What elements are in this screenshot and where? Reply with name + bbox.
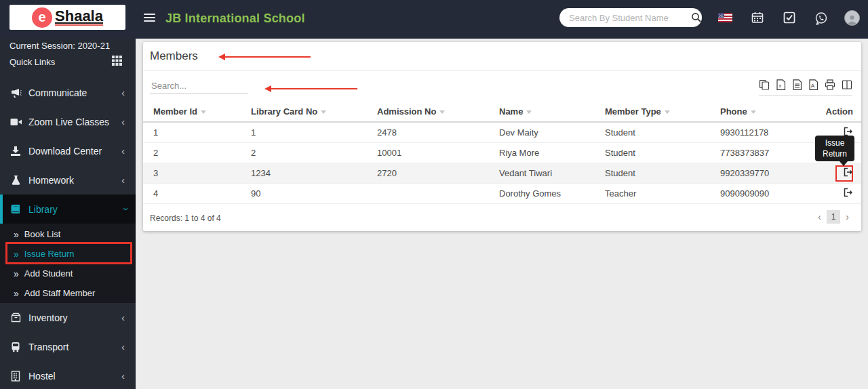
sort-caret-icon <box>526 110 532 114</box>
sidebar-item-hostel[interactable]: Hostel ‹ <box>0 361 136 389</box>
logo-name: Shaala <box>55 9 103 26</box>
profile-avatar[interactable] <box>844 10 860 26</box>
sort-caret-icon <box>321 110 326 114</box>
export-toolbar: x A <box>759 79 852 96</box>
chevron-left-icon: ‹ <box>121 146 125 156</box>
chevron-left-icon: ‹ <box>121 117 125 127</box>
tasks-icon[interactable] <box>783 12 795 24</box>
col-header-admission-no[interactable]: Admission No <box>367 102 489 122</box>
cell-phone: 7738373837 <box>710 142 797 163</box>
cell-admission-no: 2720 <box>367 163 489 183</box>
submenu-item-book-list[interactable]: » Book List <box>0 224 136 244</box>
quick-links-grid-icon[interactable] <box>112 56 122 68</box>
sidebar-item-label: Homework <box>28 175 121 186</box>
sort-caret-icon <box>751 110 756 114</box>
menu-toggle-icon[interactable] <box>144 14 155 24</box>
table-row: 2 2 10001 Riya More Student 7738373837 <box>143 142 861 163</box>
pdf-icon[interactable]: A <box>808 79 818 90</box>
sidebar-item-label: Zoom Live Classes <box>28 117 121 127</box>
cell-name: Riya More <box>489 142 595 163</box>
pagination: ‹ 1 › <box>818 210 849 224</box>
cell-library-card-no: 1234 <box>241 163 367 183</box>
cell-member-type: Student <box>595 142 710 163</box>
flask-icon <box>9 175 22 186</box>
col-header-library-card-no[interactable]: Library Card No <box>241 102 367 122</box>
double-chevron-icon: » <box>14 268 19 279</box>
sidebar-item-label: Transport <box>28 342 121 352</box>
sidebar-item-zoom-live-classes[interactable]: Zoom Live Classes ‹ <box>0 107 136 136</box>
us-flag-icon[interactable] <box>718 13 732 22</box>
brand-logo[interactable]: e Shaala <box>9 5 125 30</box>
print-icon[interactable] <box>825 79 835 90</box>
sidebar-item-library[interactable]: Library ‹ <box>0 194 136 224</box>
issue-return-icon[interactable] <box>843 167 853 177</box>
submenu-item-add-staff-member[interactable]: » Add Staff Member <box>0 283 136 303</box>
sidebar-item-communicate[interactable]: Communicate ‹ <box>0 78 136 107</box>
submenu-item-issue-return[interactable]: » Issue Return <box>0 244 136 264</box>
sort-caret-icon <box>439 110 445 114</box>
search-icon[interactable] <box>691 12 702 23</box>
cell-name: Vedant Tiwari <box>489 163 595 183</box>
col-header-name[interactable]: Name <box>489 102 595 122</box>
cell-admission-no: 10001 <box>367 142 489 163</box>
issue-return-icon[interactable] <box>843 147 853 157</box>
cell-library-card-no: 1 <box>241 122 367 142</box>
cell-admission-no <box>367 183 489 203</box>
double-chevron-icon: » <box>14 288 19 299</box>
columns-icon[interactable] <box>842 79 852 90</box>
chevron-left-icon: ‹ <box>121 87 125 98</box>
table-filter-input[interactable] <box>150 78 248 94</box>
issue-return-icon[interactable] <box>843 127 853 136</box>
cell-member-id: 4 <box>143 183 241 203</box>
file-text-icon[interactable] <box>792 79 802 90</box>
sort-caret-icon <box>665 110 670 114</box>
cell-admission-no: 2478 <box>367 122 489 142</box>
page-number-button[interactable]: 1 <box>827 210 840 224</box>
bus-icon <box>9 342 22 352</box>
logo-e-icon: e <box>32 7 52 28</box>
cell-member-type: Teacher <box>595 183 710 203</box>
excel-icon[interactable]: x <box>776 79 786 90</box>
whatsapp-icon[interactable] <box>814 12 828 25</box>
copy-icon[interactable] <box>759 79 770 90</box>
sidebar-item-label: Inventory <box>28 312 121 323</box>
double-chevron-icon: » <box>14 249 19 260</box>
chevron-left-icon: ‹ <box>121 175 125 185</box>
col-header-phone[interactable]: Phone <box>710 102 797 122</box>
submenu-item-add-student[interactable]: » Add Student <box>0 264 136 283</box>
col-header-member-type[interactable]: Member Type <box>595 102 710 122</box>
submenu-item-label: Issue Return <box>24 249 75 259</box>
cell-member-id: 2 <box>143 142 241 163</box>
chevron-left-icon: ‹ <box>121 371 125 381</box>
student-search-input[interactable] <box>559 13 691 23</box>
cell-member-type: Student <box>595 122 710 142</box>
sidebar-item-inventory[interactable]: Inventory ‹ <box>0 303 136 332</box>
col-header-member-id[interactable]: Member Id <box>143 102 241 122</box>
page-title: Members <box>150 49 198 63</box>
calendar-icon[interactable] <box>751 12 764 24</box>
cell-phone: 9920339770 <box>710 163 797 183</box>
svg-text:A: A <box>811 83 815 89</box>
book-icon <box>9 204 22 215</box>
cell-library-card-no: 90 <box>241 183 367 203</box>
cell-name: Dev Maity <box>489 122 595 142</box>
sidebar-item-transport[interactable]: Transport ‹ <box>0 332 136 361</box>
submenu-item-label: Book List <box>24 229 60 239</box>
sidebar-item-label: Download Center <box>28 146 121 157</box>
next-page-button[interactable]: › <box>846 211 849 222</box>
cell-member-id: 1 <box>143 122 241 142</box>
sidebar-item-label: Communicate <box>28 87 121 98</box>
download-icon <box>9 146 22 157</box>
members-card: Members x A Member Id Library Card No Ad… <box>143 42 861 231</box>
sort-caret-icon <box>201 110 206 114</box>
sidebar-item-label: Library <box>28 204 123 215</box>
sidebar-item-download-center[interactable]: Download Center ‹ <box>0 136 136 165</box>
sidebar-item-label: Hostel <box>28 371 121 382</box>
quick-links-label: Quick Links <box>9 57 55 67</box>
library-submenu: » Book List » Issue Return » Add Student… <box>0 224 136 303</box>
issue-return-icon[interactable] <box>843 188 853 197</box>
school-name-title: JB International School <box>165 12 305 26</box>
sidebar-item-homework[interactable]: Homework ‹ <box>0 165 136 194</box>
submenu-item-label: Add Staff Member <box>24 288 96 298</box>
prev-page-button[interactable]: ‹ <box>818 211 821 222</box>
